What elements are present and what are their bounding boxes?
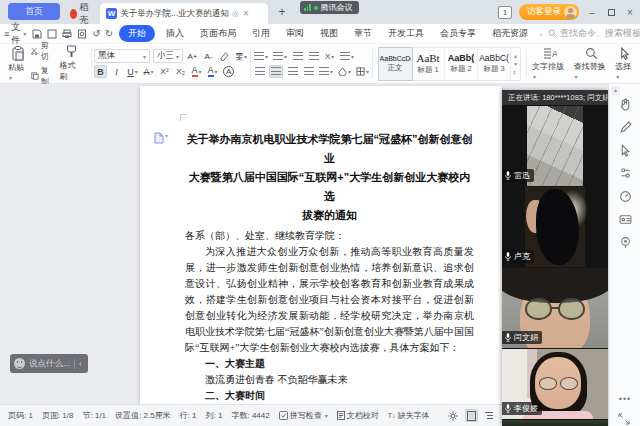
- text-layout-button[interactable]: A 文字排版▾: [529, 46, 571, 81]
- participant-video[interactable]: 卢克: [502, 187, 608, 267]
- expand-panel-icon[interactable]: [618, 411, 630, 426]
- meeting-floating-badge[interactable]: 腾讯会议: [300, 1, 359, 14]
- page-view-icon[interactable]: [465, 409, 478, 422]
- strikethrough-button[interactable]: A▾: [142, 65, 155, 78]
- pen-icon[interactable]: [619, 121, 632, 134]
- id-card-icon[interactable]: [619, 213, 632, 226]
- menu-tab-sections[interactable]: 章节: [349, 26, 377, 41]
- location-pin-icon[interactable]: [619, 236, 632, 249]
- highlight-color-button[interactable]: A▾: [190, 65, 203, 78]
- style-heading-1[interactable]: AaBt 标题 1: [412, 48, 445, 80]
- style-heading-3[interactable]: AaBbC( 标题 3: [478, 48, 511, 80]
- save-icon[interactable]: [32, 29, 42, 39]
- clear-format-button[interactable]: [218, 50, 231, 63]
- participant-video[interactable]: 雷迅: [502, 106, 608, 186]
- align-center-button[interactable]: [269, 65, 283, 78]
- hand-tool-icon[interactable]: [619, 98, 632, 111]
- tab-close-icon[interactable]: ×: [242, 8, 250, 19]
- new-tab-button[interactable]: +: [274, 5, 290, 21]
- scroll-up-arrow[interactable]: ▲: [611, 86, 620, 95]
- export-icon[interactable]: [47, 29, 57, 39]
- paragraph-layout-button[interactable]: ▾: [339, 50, 355, 63]
- document-page[interactable]: ▾ 关于举办南京机电职业技术学院第七届“冠盛杯”创新创意创业 大赛暨第八届中国国…: [140, 86, 502, 404]
- increase-indent-button[interactable]: [307, 50, 320, 63]
- font-color-button[interactable]: A▾: [206, 65, 219, 78]
- file-menu[interactable]: ≡ 文件 ▾: [4, 21, 26, 47]
- tab-document[interactable]: W 关于举办学院...业大赛的通知 ◎ ×: [100, 3, 268, 24]
- menu-tab-references[interactable]: 引用: [247, 26, 275, 41]
- more-options-icon[interactable]: •••: [609, 394, 640, 404]
- meeting-chat-pill[interactable]: 说点什么... ‹: [10, 354, 88, 373]
- font-size-select[interactable]: 小三▾: [153, 49, 183, 63]
- align-right-button[interactable]: [286, 65, 299, 78]
- chat-input-placeholder[interactable]: 说点什么...: [29, 358, 70, 370]
- participant-video-partial[interactable]: [502, 420, 608, 426]
- pinyin-guide-button[interactable]: 雯▾: [234, 50, 248, 63]
- minimize-button[interactable]: –: [586, 7, 598, 18]
- line-spacing-button[interactable]: ▾: [318, 65, 334, 78]
- timer-icon[interactable]: [619, 190, 632, 203]
- align-left-button[interactable]: [253, 65, 266, 78]
- menu-tab-home[interactable]: 开始: [119, 25, 155, 42]
- menu-tab-docer-resources[interactable]: 稻壳资源: [487, 26, 533, 41]
- asian-layout-button[interactable]: X▾: [323, 50, 336, 63]
- paragraph-tag-icon[interactable]: ▾: [154, 132, 168, 144]
- adjust-sliders-icon[interactable]: [619, 167, 632, 180]
- tab-docer[interactable]: 稻壳: [64, 3, 98, 24]
- tab-home[interactable]: 首页: [8, 3, 60, 20]
- underline-button[interactable]: U▾: [126, 65, 139, 78]
- find-replace-button[interactable]: 查找替换▾: [571, 46, 613, 81]
- grow-font-button[interactable]: A+: [186, 50, 199, 63]
- paste-button[interactable]: 粘贴▾: [5, 46, 31, 82]
- meeting-panel[interactable]: 正在讲话: 180****1083; 闫文娟 雷迅 卢克: [502, 90, 608, 426]
- char-border-button[interactable]: A: [222, 65, 235, 78]
- status-word-count[interactable]: 字数: 4442: [231, 410, 269, 421]
- menu-tab-insert[interactable]: 插入: [161, 26, 189, 41]
- spellcheck-button[interactable]: 拼写检查▾: [279, 410, 328, 421]
- superscript-button[interactable]: X²: [158, 65, 171, 78]
- italic-button[interactable]: I: [110, 65, 123, 78]
- window-controls: 1 访客登录 – ×: [498, 2, 636, 22]
- participant-video[interactable]: 李俊娇: [502, 349, 608, 419]
- numbered-list-button[interactable]: ▾: [272, 50, 288, 63]
- participant-video[interactable]: 闫文娟: [502, 268, 608, 348]
- collapse-chat-icon[interactable]: ‹: [79, 359, 82, 369]
- style-heading-2[interactable]: AaBb( 标题 2: [445, 48, 478, 80]
- menu-tab-dev-tools[interactable]: 开发工具: [383, 26, 429, 41]
- menu-tab-page-layout[interactable]: 页面布局: [195, 26, 241, 41]
- guest-login-button[interactable]: 访客登录: [519, 4, 579, 20]
- missing-font-button[interactable]: T↓ 缺失字体: [388, 410, 430, 421]
- undo-icon[interactable]: ↺: [92, 28, 100, 39]
- shading-button[interactable]: ▾: [337, 65, 352, 78]
- close-button[interactable]: ×: [624, 7, 636, 18]
- justify-button[interactable]: [302, 65, 315, 78]
- window-manager-icon[interactable]: 1: [498, 6, 512, 19]
- proofread-button[interactable]: 文档校对: [337, 410, 379, 421]
- style-normal[interactable]: AaBbCcDd 正文: [379, 48, 412, 80]
- emoji-icon[interactable]: [14, 358, 25, 369]
- cut-button[interactable]: 剪切: [31, 40, 57, 62]
- format-painter-button[interactable]: 格式刷: [56, 45, 86, 82]
- menu-overflow-icon[interactable]: ›: [540, 31, 542, 37]
- styles-gallery-scroll[interactable]: ▲▼≡: [511, 53, 520, 75]
- borders-button[interactable]: ▾: [355, 65, 370, 78]
- menu-tab-view[interactable]: 视图: [315, 26, 343, 41]
- decrease-indent-button[interactable]: [291, 50, 304, 63]
- eye-protection-icon[interactable]: [447, 409, 460, 422]
- print-icon[interactable]: [62, 29, 72, 39]
- outline-view-icon[interactable]: [483, 409, 496, 422]
- select-button[interactable]: 选择▾: [612, 46, 638, 81]
- menu-tab-review[interactable]: 审阅: [281, 26, 309, 41]
- print-preview-icon[interactable]: [77, 29, 87, 39]
- redo-icon[interactable]: ↻: [105, 28, 113, 39]
- subscript-button[interactable]: X₂: [174, 65, 187, 78]
- maximize-button[interactable]: [605, 7, 617, 18]
- search-input[interactable]: 查找命令、搜索模板: [548, 27, 640, 40]
- cursor-select-icon[interactable]: [619, 144, 632, 157]
- shrink-font-button[interactable]: A-: [202, 50, 215, 63]
- bullet-list-button[interactable]: ▾: [253, 50, 269, 63]
- bold-button[interactable]: B: [94, 65, 107, 78]
- missing-font-label: 缺失字体: [398, 410, 430, 421]
- menu-tab-member[interactable]: 会员专享: [435, 26, 481, 41]
- font-name-select[interactable]: 黑体▾: [94, 49, 150, 63]
